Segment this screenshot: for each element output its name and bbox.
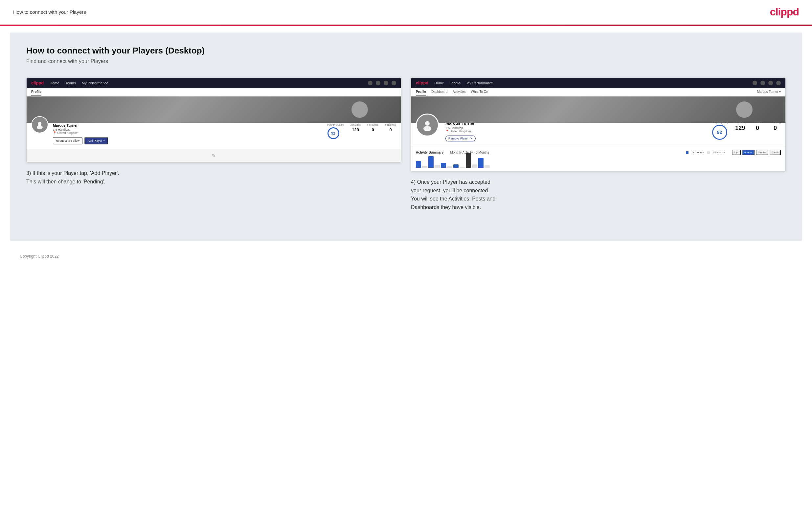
caption-left: 3) If this is your Player tap, 'Add Play… xyxy=(26,169,401,186)
svg-point-1 xyxy=(37,125,43,129)
banner-right xyxy=(411,97,785,123)
profile-name-left: Marcus Turner xyxy=(53,123,320,127)
on-course-label: On course xyxy=(692,151,704,154)
nav-teams-right[interactable]: Teams xyxy=(450,81,461,85)
banner-overlay-right xyxy=(411,97,785,123)
off-course-label: Off course xyxy=(713,151,725,154)
activity-legend: On course Off course 1 yr 6 mths 3 mths … xyxy=(686,150,781,155)
chart-bar-6 xyxy=(478,158,484,168)
activities-stat-left: Activities 129 xyxy=(350,123,361,139)
profile-handicap-right: 1-5 Handicap xyxy=(445,126,702,130)
tab-profile-left[interactable]: Profile xyxy=(31,90,41,96)
remove-player-area: Remove Player ✕ xyxy=(445,133,702,142)
screenshot-right: clippd Home Teams My Performance Profile… xyxy=(411,77,786,171)
settings-icon-right[interactable] xyxy=(768,81,773,85)
avatar-left: ● xyxy=(31,116,48,133)
banner-left xyxy=(27,97,401,123)
chart-bar-2 xyxy=(428,156,434,168)
avatar-icon-right[interactable] xyxy=(776,81,781,85)
profile-location-left: 📍 United Kingdom xyxy=(53,131,320,134)
main-content: How to connect with your Players (Deskto… xyxy=(10,33,802,241)
nav-myperformance-left[interactable]: My Performance xyxy=(82,81,108,85)
caption-right: 4) Once your Player has acceptedyour req… xyxy=(411,178,786,211)
app-nav-left: clippd Home Teams My Performance xyxy=(27,78,401,88)
remove-player-button[interactable]: Remove Player ✕ xyxy=(445,135,476,142)
nav-myperformance-right[interactable]: My Performance xyxy=(466,81,493,85)
time-btn-1yr[interactable]: 1 yr xyxy=(732,150,741,155)
tab-profile-right[interactable]: Profile xyxy=(416,90,426,96)
tab-dashboard-right[interactable]: Dashboard xyxy=(431,90,447,96)
logo: clippd xyxy=(770,6,799,18)
add-player-button-left[interactable]: Add Player + xyxy=(85,137,108,145)
chart-bar-off-2 xyxy=(435,165,440,168)
nav-home-left[interactable]: Home xyxy=(50,81,59,85)
person-svg-left xyxy=(35,120,44,129)
activity-summary: Activity Summary Monthly Activity - 6 Mo… xyxy=(411,146,785,171)
person-svg-right xyxy=(421,119,433,131)
avatar-right xyxy=(416,114,439,136)
screenshot-right-col: clippd Home Teams My Performance Profile… xyxy=(411,77,786,211)
player-quality-right: Player Quality 92 xyxy=(712,121,728,140)
follow-button-left[interactable]: Request to Follow xyxy=(53,137,83,145)
tab-whattoon-right[interactable]: What To On xyxy=(471,90,489,96)
banner-circle-right xyxy=(736,101,753,118)
quality-circle-left: 92 xyxy=(327,127,339,139)
app-nav-logo-right: clippd xyxy=(416,80,428,85)
following-stat-left: Following 0 xyxy=(385,123,396,139)
page-title: How to connect with your Players xyxy=(13,9,86,15)
search-icon-right[interactable] xyxy=(753,81,757,85)
tab-activities-right[interactable]: Activities xyxy=(453,90,465,96)
user-icon-left[interactable] xyxy=(376,81,380,85)
time-btn-3mths[interactable]: 3 mths xyxy=(756,150,768,155)
accent-line xyxy=(0,24,812,26)
nav-teams-left[interactable]: Teams xyxy=(65,81,76,85)
chart-area xyxy=(416,158,781,168)
copyright: Copyright Clippd 2022 xyxy=(0,247,812,265)
player-dropdown-right[interactable]: Marcus Turner ▾ xyxy=(757,90,781,96)
subtabs-left: Profile xyxy=(27,88,401,97)
chart-bar-5 xyxy=(466,153,471,168)
svg-point-2 xyxy=(425,121,429,126)
on-course-legend-dot xyxy=(686,151,689,154)
time-buttons: 1 yr 6 mths 3 mths 1 mth xyxy=(732,150,781,155)
quality-circle-right: 92 xyxy=(712,125,727,140)
app-nav-right: clippd Home Teams My Performance xyxy=(411,78,785,88)
nav-icons-right xyxy=(753,81,781,85)
main-subtitle: Find and connect with your Players xyxy=(26,58,786,64)
footer-area-left: ✎ xyxy=(27,149,401,162)
chart-bar-off-1 xyxy=(422,166,427,168)
top-bar: How to connect with your Players clippd xyxy=(0,0,812,24)
screenshots-row: clippd Home Teams My Performance Profile xyxy=(26,77,786,211)
profile-buttons-left: Request to Follow Add Player + xyxy=(53,137,320,145)
user-icon-right[interactable] xyxy=(760,81,765,85)
main-title: How to connect with your Players (Deskto… xyxy=(26,46,786,56)
time-btn-6mths[interactable]: 6 mths xyxy=(742,150,755,155)
screenshot-left-col: clippd Home Teams My Performance Profile xyxy=(26,77,401,211)
profile-handicap-left: 1-5 Handicap xyxy=(53,128,320,131)
chart-bar-1 xyxy=(416,161,421,168)
banner-circle-left xyxy=(351,101,368,118)
following-stat-right: Following 0 xyxy=(770,121,781,140)
activities-stat-right: Activities 129 xyxy=(735,121,745,140)
subtabs-right: Profile Dashboard Activities What To On … xyxy=(411,88,785,97)
chart-bar-off-5 xyxy=(472,164,477,168)
nav-home-right[interactable]: Home xyxy=(434,81,444,85)
svg-point-0 xyxy=(38,122,41,125)
followers-stat-left: Followers 0 xyxy=(367,123,378,139)
banner-overlay-left xyxy=(27,97,401,123)
nav-icons-left xyxy=(368,81,396,85)
player-quality-left: Player Quality 92 xyxy=(327,123,344,139)
avatar-icon-left[interactable] xyxy=(392,81,396,85)
settings-icon-left[interactable] xyxy=(384,81,388,85)
time-btn-1mth[interactable]: 1 mth xyxy=(770,150,781,155)
followers-stat-right: Followers 0 xyxy=(752,121,763,140)
chart-bar-off-6 xyxy=(485,165,490,168)
chart-bar-3 xyxy=(441,163,446,168)
pencil-icon-left: ✎ xyxy=(211,153,216,159)
chart-bar-off-4 xyxy=(460,167,465,168)
off-course-legend-dot xyxy=(707,151,710,154)
search-icon-left[interactable] xyxy=(368,81,372,85)
screenshot-left: clippd Home Teams My Performance Profile xyxy=(26,77,401,162)
activity-title: Activity Summary xyxy=(416,151,444,154)
app-nav-logo-left: clippd xyxy=(31,80,44,85)
